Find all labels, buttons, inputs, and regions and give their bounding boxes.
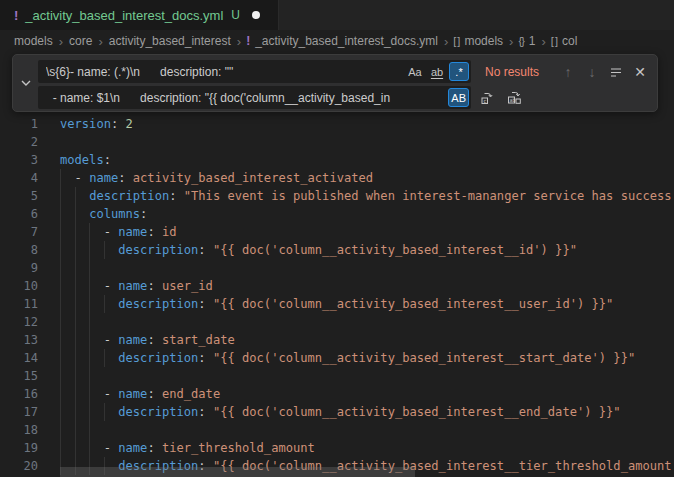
code-text[interactable] xyxy=(38,313,674,331)
code-text[interactable] xyxy=(38,259,674,277)
indent-guide xyxy=(75,403,76,421)
line-number[interactable]: 20 xyxy=(0,457,38,475)
code-line[interactable]: 2 xyxy=(0,133,674,151)
code-text[interactable]: description: "{{ doc('column__activity_b… xyxy=(38,295,674,313)
replace-text: - name: $1\n description: "{{ doc('colum… xyxy=(46,91,446,105)
code-text[interactable]: columns: xyxy=(38,205,674,223)
code-line[interactable]: 3models: xyxy=(0,151,674,169)
code-text[interactable]: - name: tier_threshold_amount xyxy=(38,439,674,457)
regex-toggle[interactable]: .* xyxy=(449,62,469,81)
breadcrumb-item[interactable]: activity_based_interest xyxy=(108,34,232,48)
code-text[interactable] xyxy=(38,133,674,151)
indent-guide xyxy=(89,367,90,385)
close-find-button[interactable]: ✕ xyxy=(629,61,651,83)
code-text[interactable]: description: "This event is published wh… xyxy=(38,187,674,205)
find-next-button[interactable]: ↓ xyxy=(581,61,603,83)
breadcrumb-item[interactable]: core xyxy=(68,34,93,48)
toggle-replace-button[interactable] xyxy=(13,55,38,111)
breadcrumb-item[interactable]: [ ]col xyxy=(551,34,579,48)
breadcrumb-item[interactable]: models xyxy=(13,34,54,48)
breadcrumb-item[interactable]: !_activity_based_interest_docs.yml xyxy=(246,34,439,48)
indent-guide xyxy=(104,349,105,367)
code-line[interactable]: 8 description: "{{ doc('column__activity… xyxy=(0,241,674,259)
line-number[interactable]: 6 xyxy=(0,205,38,223)
line-number[interactable]: 2 xyxy=(0,133,38,151)
line-number[interactable]: 13 xyxy=(0,331,38,349)
find-query-text: \s{6}- name: (.*)\n description: "" xyxy=(46,65,403,79)
line-number[interactable]: 5 xyxy=(0,187,38,205)
line-number[interactable]: 1 xyxy=(0,115,38,133)
editor[interactable]: 1version: 223models:4 - name: activity_b… xyxy=(0,52,674,477)
code-text[interactable]: - name: user_id xyxy=(38,277,674,295)
code-text[interactable]: description: "{{ doc('column__activity_b… xyxy=(38,349,674,367)
code-text[interactable]: description: "{{ doc('column__activity_b… xyxy=(38,403,674,421)
code-line[interactable]: 7 - name: id xyxy=(0,223,674,241)
line-number[interactable]: 19 xyxy=(0,439,38,457)
code-line[interactable]: 14 description: "{{ doc('column__activit… xyxy=(0,349,674,367)
array-symbol-icon: [ ] xyxy=(453,35,459,47)
code-text[interactable]: - name: end_date xyxy=(38,385,674,403)
line-number[interactable]: 7 xyxy=(0,223,38,241)
indent-guide xyxy=(89,331,90,349)
token: name xyxy=(89,171,118,185)
indent-guide xyxy=(89,421,90,439)
code-line[interactable]: 13 - name: start_date xyxy=(0,331,674,349)
replace-input[interactable]: - name: $1\n description: "{{ doc('colum… xyxy=(38,86,471,109)
indent-guide xyxy=(104,295,105,313)
code-line[interactable]: 18 xyxy=(0,421,674,439)
line-number[interactable]: 9 xyxy=(0,259,38,277)
find-input[interactable]: \s{6}- name: (.*)\n description: "" Aa a… xyxy=(38,60,471,83)
find-in-selection-button[interactable] xyxy=(605,61,627,83)
breadcrumb-item[interactable]: [ ]models xyxy=(453,34,504,48)
code-line[interactable]: 19 - name: tier_threshold_amount xyxy=(0,439,674,457)
line-number[interactable]: 12 xyxy=(0,313,38,331)
preserve-case-toggle[interactable]: AB xyxy=(448,88,469,107)
token: "{{ doc('column__activity_based_interest… xyxy=(206,351,636,365)
code-line[interactable]: 12 xyxy=(0,313,674,331)
breadcrumb-item[interactable]: {}1 xyxy=(518,34,536,48)
code-line[interactable]: 1version: 2 xyxy=(0,115,674,133)
line-number[interactable]: 10 xyxy=(0,277,38,295)
token xyxy=(118,117,125,131)
code-text[interactable]: models: xyxy=(38,151,674,169)
find-previous-button[interactable]: ↑ xyxy=(557,61,579,83)
code-text[interactable]: - name: start_date xyxy=(38,331,674,349)
code-text[interactable]: description: "{{ doc('column__activity_b… xyxy=(38,241,674,259)
indent-guide xyxy=(89,277,90,295)
replace-all-button[interactable]: ab xyxy=(503,87,525,109)
line-number[interactable]: 17 xyxy=(0,403,38,421)
code-line[interactable]: 9 xyxy=(0,259,674,277)
indent-guide xyxy=(60,187,61,205)
find-status: No results xyxy=(485,65,555,79)
token: id xyxy=(155,225,177,239)
code-line[interactable]: 10 - name: user_id xyxy=(0,277,674,295)
code-text[interactable]: version: 2 xyxy=(38,115,674,133)
code-line[interactable]: 6 columns: xyxy=(0,205,674,223)
horizontal-scrollbar[interactable] xyxy=(60,467,415,477)
code-line[interactable]: 15 xyxy=(0,367,674,385)
line-number[interactable]: 11 xyxy=(0,295,38,313)
line-number[interactable]: 16 xyxy=(0,385,38,403)
line-number[interactable]: 18 xyxy=(0,421,38,439)
tab-active[interactable]: ! _activity_based_interest_docs.yml U xyxy=(0,0,279,30)
replace-button[interactable]: c xyxy=(476,87,498,109)
code-line[interactable]: 4 - name: activity_based_interest_activa… xyxy=(0,169,674,187)
code-line[interactable]: 16 - name: end_date xyxy=(0,385,674,403)
token: : xyxy=(147,387,154,401)
code-text[interactable] xyxy=(38,367,674,385)
line-number[interactable]: 4 xyxy=(0,169,38,187)
line-number[interactable]: 15 xyxy=(0,367,38,385)
line-number[interactable]: 8 xyxy=(0,241,38,259)
code-line[interactable]: 17 description: "{{ doc('column__activit… xyxy=(0,403,674,421)
line-number[interactable]: 14 xyxy=(0,349,38,367)
unsaved-dot-icon[interactable] xyxy=(252,11,260,19)
line-number[interactable]: 3 xyxy=(0,151,38,169)
code-line[interactable]: 11 description: "{{ doc('column__activit… xyxy=(0,295,674,313)
whole-word-toggle[interactable]: ab xyxy=(427,62,447,81)
code-text[interactable]: - name: id xyxy=(38,223,674,241)
code-line[interactable]: 5 description: "This event is published … xyxy=(0,187,674,205)
code-text[interactable]: - name: activity_based_interest_activate… xyxy=(38,169,674,187)
token: name xyxy=(118,387,147,401)
match-case-toggle[interactable]: Aa xyxy=(405,62,425,81)
code-text[interactable] xyxy=(38,421,674,439)
